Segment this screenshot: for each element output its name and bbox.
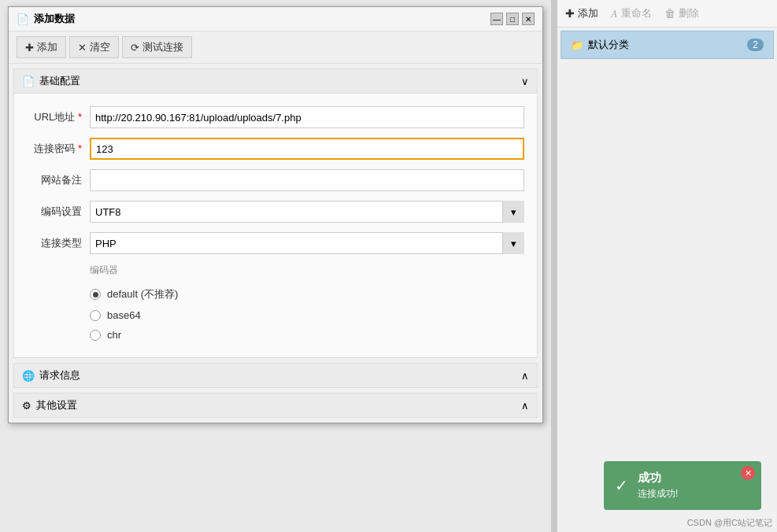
note-row: 网站备注 xyxy=(14,164,537,196)
close-button[interactable]: ✕ xyxy=(522,13,535,25)
right-delete-button[interactable]: 🗑 删除 xyxy=(664,6,699,20)
test-icon: ⟳ xyxy=(131,42,139,54)
right-toolbar: ✚ 添加 𝐴 重命名 🗑 删除 xyxy=(557,0,777,28)
conn-type-row: 连接类型 PHP ASP ASPX JSP ▾ xyxy=(14,227,537,259)
encoder-base64-label: base64 xyxy=(107,309,141,321)
plus-icon: ✚ xyxy=(565,7,575,20)
password-label: 连接密码 * xyxy=(27,142,90,156)
rename-icon: 𝐴 xyxy=(611,7,618,20)
basic-config-section: 📄 基础配置 ∨ URL地址 * xyxy=(13,68,538,358)
encoder-default-radio[interactable] xyxy=(90,289,101,300)
folder-icon: 📁 xyxy=(571,39,583,51)
basic-config-header[interactable]: 📄 基础配置 ∨ xyxy=(14,69,537,94)
watermark: CSDN @用C站记笔记 xyxy=(687,517,772,529)
encoder-chr-radio[interactable] xyxy=(90,330,101,341)
clear-icon: ✕ xyxy=(78,42,87,54)
encoder-default-label: default (不推荐) xyxy=(107,287,178,301)
category-item[interactable]: 📁 默认分类 2 xyxy=(561,31,774,59)
other-settings-label: 其他设置 xyxy=(36,398,77,412)
check-icon: ✓ xyxy=(615,476,628,495)
url-label: URL地址 * xyxy=(27,110,90,124)
dialog-controls: — □ ✕ xyxy=(490,13,535,25)
dialog-titlebar: 📄 添加数据 — □ ✕ xyxy=(9,7,542,31)
gear-icon: ⚙ xyxy=(22,400,31,412)
request-info-label: 请求信息 xyxy=(39,368,80,382)
right-add-button[interactable]: ✚ 添加 xyxy=(565,6,598,20)
add-button[interactable]: ✚ 添加 xyxy=(17,36,66,58)
encoder-label: 编码器 xyxy=(90,264,524,277)
password-input[interactable] xyxy=(90,138,524,160)
other-settings-header[interactable]: ⚙ 其他设置 ∧ xyxy=(14,393,537,417)
toast-close-button[interactable]: ✕ xyxy=(741,466,755,480)
category-badge: 2 xyxy=(747,39,764,51)
dialog-title-icon: 📄 xyxy=(17,13,29,25)
conn-type-label: 连接类型 xyxy=(27,236,90,250)
basic-config-label: 基础配置 xyxy=(39,74,80,88)
encoding-row: 编码设置 UTF8 GBK GB2312 ▾ xyxy=(14,196,537,227)
success-toast: ✓ 成功 连接成功! ✕ xyxy=(604,461,761,510)
doc-icon: 📄 xyxy=(22,76,35,87)
right-panel: ✚ 添加 𝐴 重命名 🗑 删除 📁 默认分类 2 xyxy=(557,0,777,532)
toast-title: 成功 xyxy=(638,471,678,486)
encoding-label: 编码设置 xyxy=(27,205,90,219)
url-row: URL地址 * xyxy=(14,102,537,133)
dialog-body: 📄 基础配置 ∨ URL地址 * xyxy=(9,68,542,418)
note-input[interactable] xyxy=(90,169,524,191)
add-data-dialog: 📄 添加数据 — □ ✕ ✚ 添加 ✕ 清空 ⟳ 测试连接 📄 xyxy=(8,6,543,423)
globe-icon: 🌐 xyxy=(22,370,35,382)
add-icon: ✚ xyxy=(25,42,34,54)
other-settings-section: ⚙ 其他设置 ∧ xyxy=(13,393,538,418)
request-info-section: 🌐 请求信息 ∧ xyxy=(13,363,538,388)
password-row: 连接密码 * xyxy=(14,133,537,164)
conn-type-select[interactable]: PHP ASP ASPX JSP xyxy=(90,232,524,254)
encoder-base64-radio[interactable] xyxy=(90,310,101,321)
right-rename-button[interactable]: 𝐴 重命名 xyxy=(611,6,652,20)
restore-button[interactable]: □ xyxy=(506,13,519,25)
clear-button[interactable]: ✕ 清空 xyxy=(69,36,119,58)
url-input[interactable] xyxy=(90,106,524,128)
chevron-down-icon: ∨ xyxy=(521,76,529,87)
encoder-chr-row[interactable]: chr xyxy=(90,325,524,345)
encoder-base64-row[interactable]: base64 xyxy=(90,305,524,325)
request-info-header[interactable]: 🌐 请求信息 ∧ xyxy=(14,364,537,387)
note-label: 网站备注 xyxy=(27,173,90,187)
dialog-title-text: 添加数据 xyxy=(34,12,75,26)
dialog-toolbar: ✚ 添加 ✕ 清空 ⟳ 测试连接 xyxy=(9,31,542,64)
encoder-section: 编码器 default (不推荐) base64 chr xyxy=(14,259,537,349)
dialog-title: 📄 添加数据 xyxy=(17,12,75,26)
test-button[interactable]: ⟳ 测试连接 xyxy=(122,36,192,58)
basic-config-scroll[interactable]: URL地址 * 连接密码 * xyxy=(14,102,537,349)
encoder-chr-label: chr xyxy=(107,329,121,341)
basic-config-content: URL地址 * 连接密码 * xyxy=(14,94,537,357)
chevron-up-icon2: ∧ xyxy=(521,400,529,412)
chevron-up-icon: ∧ xyxy=(521,370,529,382)
encoding-select[interactable]: UTF8 GBK GB2312 xyxy=(90,201,524,223)
minimize-button[interactable]: — xyxy=(490,13,503,25)
toast-message: 连接成功! xyxy=(638,487,678,501)
trash-icon: 🗑 xyxy=(664,7,675,20)
encoder-default-row[interactable]: default (不推荐) xyxy=(90,283,524,305)
